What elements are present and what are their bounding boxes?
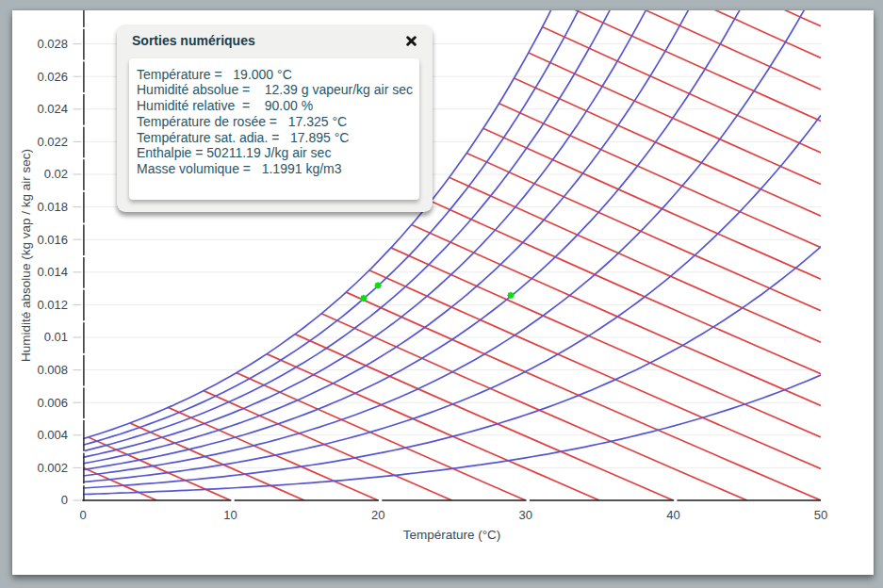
svg-text:0: 0 bbox=[79, 508, 86, 522]
svg-text:0.016: 0.016 bbox=[37, 233, 68, 247]
svg-text:0.024: 0.024 bbox=[37, 102, 68, 116]
svg-text:0.028: 0.028 bbox=[37, 37, 68, 51]
svg-text:50: 50 bbox=[814, 508, 827, 522]
svg-text:10: 10 bbox=[223, 508, 237, 522]
svg-text:0.02: 0.02 bbox=[44, 167, 68, 181]
svg-text:0.008: 0.008 bbox=[37, 363, 68, 377]
svg-text:30: 30 bbox=[519, 508, 532, 522]
svg-text:0.022: 0.022 bbox=[37, 135, 68, 149]
svg-text:0.012: 0.012 bbox=[37, 298, 68, 312]
svg-text:Température (°C): Température (°C) bbox=[403, 528, 501, 542]
svg-text:0.006: 0.006 bbox=[37, 396, 68, 410]
svg-text:40: 40 bbox=[666, 508, 679, 522]
svg-text:0.026: 0.026 bbox=[37, 70, 68, 84]
svg-text:Humidité absolue (kg vap / kg: Humidité absolue (kg vap / kg air sec) bbox=[19, 149, 33, 362]
svg-text:0: 0 bbox=[61, 493, 68, 507]
svg-text:0.014: 0.014 bbox=[37, 265, 68, 279]
svg-text:0.018: 0.018 bbox=[37, 200, 68, 214]
svg-text:0.01: 0.01 bbox=[44, 330, 68, 344]
svg-text:0.004: 0.004 bbox=[37, 428, 68, 442]
svg-text:0.002: 0.002 bbox=[37, 461, 68, 475]
svg-text:20: 20 bbox=[371, 508, 384, 522]
